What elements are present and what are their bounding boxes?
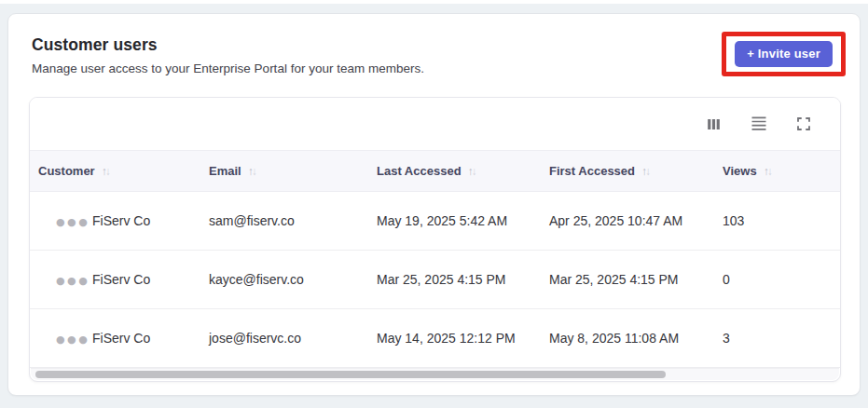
row-density-icon — [750, 115, 768, 133]
top-strip — [0, 0, 868, 4]
table-row: ●●● FiServ Co kayce@fiserv.co Mar 25, 20… — [30, 251, 840, 309]
table-header-row: Customer ↑↓ Email ↑↓ Last Accessed ↑↓ Fi… — [30, 150, 840, 192]
sort-icon[interactable]: ↑↓ — [248, 166, 257, 177]
cell-first-accessed: Apr 25, 2025 10:47 AM — [549, 213, 723, 228]
row-actions-button[interactable]: ●●● — [56, 216, 90, 228]
cell-email: sam@fiserv.co — [209, 213, 377, 228]
cell-last-accessed: Mar 25, 2025 4:15 PM — [377, 272, 549, 287]
cell-first-accessed: Mar 25, 2025 4:15 PM — [549, 272, 723, 287]
cell-email: jose@fiservc.co — [209, 331, 377, 346]
show-hide-columns-icon — [705, 116, 723, 133]
page-subtitle: Manage user access to your Enterprise Po… — [32, 61, 836, 75]
row-actions-button[interactable]: ●●● — [56, 275, 90, 287]
horizontal-scrollbar[interactable] — [31, 368, 839, 380]
cell-customer: FiServ Co — [92, 272, 209, 287]
customer-users-card: Customer users Manage user access to you… — [7, 13, 861, 396]
column-header-customer[interactable]: Customer ↑↓ — [38, 164, 209, 178]
table-row: ●●● FiServ Co sam@fiserv.co May 19, 2025… — [30, 192, 840, 251]
table-row: ●●● FiServ Co jose@fiservc.co May 14, 20… — [30, 309, 840, 368]
cell-views: 0 — [723, 272, 840, 287]
cell-first-accessed: May 8, 2025 11:08 AM — [549, 331, 723, 346]
column-header-last-accessed[interactable]: Last Accessed ↑↓ — [377, 164, 549, 178]
row-actions-button[interactable]: ●●● — [56, 333, 90, 346]
invite-user-button[interactable]: + Invite user — [735, 41, 833, 67]
sort-icon[interactable]: ↑↓ — [102, 166, 111, 177]
annotation-highlight-box: + Invite user — [722, 32, 846, 76]
column-header-email[interactable]: Email ↑↓ — [209, 164, 377, 178]
cell-last-accessed: May 14, 2025 12:12 PM — [377, 331, 549, 346]
page-title: Customer users — [32, 35, 836, 55]
column-header-first-accessed[interactable]: First Accessed ↑↓ — [549, 164, 723, 178]
row-density-button[interactable] — [748, 113, 770, 135]
cell-email: kayce@fiserv.co — [209, 272, 377, 287]
cell-views: 103 — [723, 213, 840, 228]
cell-views: 3 — [723, 331, 840, 346]
card-header: Customer users Manage user access to you… — [8, 14, 860, 75]
sort-icon[interactable]: ↑↓ — [641, 166, 651, 177]
sort-icon[interactable]: ↑↓ — [764, 166, 773, 177]
cell-customer: FiServ Co — [92, 331, 209, 346]
horizontal-scrollbar-thumb[interactable] — [35, 371, 666, 378]
table-toolbar — [30, 98, 840, 150]
fullscreen-icon — [795, 116, 812, 132]
column-header-views[interactable]: Views ↑↓ — [723, 164, 840, 178]
cell-last-accessed: May 19, 2025 5:42 AM — [377, 213, 549, 228]
sort-icon[interactable]: ↑↓ — [468, 166, 477, 177]
cell-customer: FiServ Co — [92, 213, 209, 228]
show-hide-columns-button[interactable] — [703, 114, 724, 135]
users-table: Customer ↑↓ Email ↑↓ Last Accessed ↑↓ Fi… — [29, 97, 841, 382]
fullscreen-button[interactable] — [793, 114, 814, 134]
